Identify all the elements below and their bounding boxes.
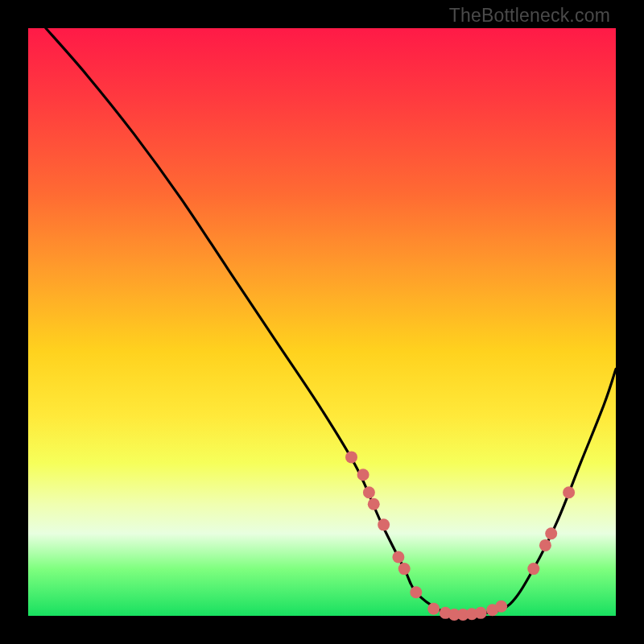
watermark-text: TheBottleneck.com [449,5,610,27]
curve-marker [427,603,440,615]
chart-overlay [28,28,616,616]
bottleneck-curve [46,28,616,616]
chart-frame [28,28,616,616]
curve-marker [378,518,390,530]
curve-marker [563,486,575,498]
curve-marker [475,607,487,619]
curve-marker [495,601,507,613]
curve-markers [345,451,575,621]
curve-marker [539,539,551,551]
curve-marker [545,527,557,539]
curve-marker [368,498,380,510]
curve-marker [527,563,539,575]
curve-marker [410,586,422,598]
curve-marker [392,551,404,564]
curve-marker [363,486,375,498]
curve-marker [357,469,369,481]
curve-marker [398,563,411,575]
curve-marker [345,451,357,463]
